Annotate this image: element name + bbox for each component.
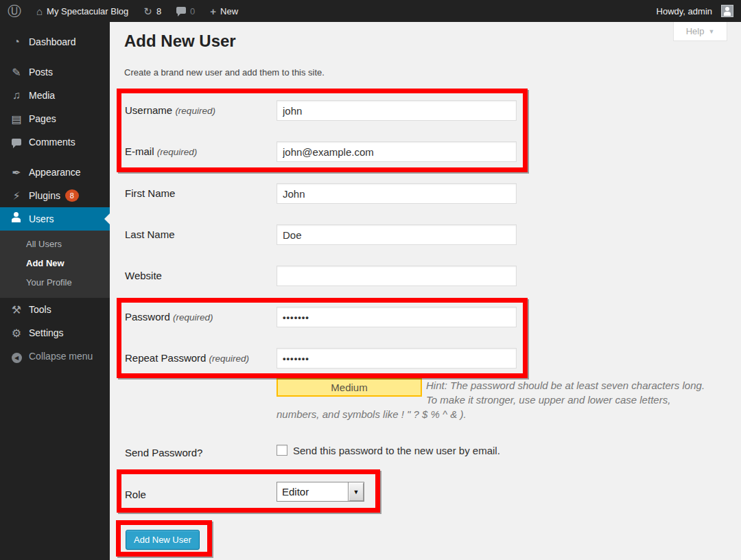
sidebar-item-posts[interactable]: ✎ Posts — [0, 60, 110, 84]
sidebar-item-label: Collapse menu — [29, 351, 93, 362]
website-label: Website — [125, 270, 162, 281]
site-name-menu[interactable]: ⌂ My Spectacular Blog — [29, 0, 136, 22]
admin-bar-right: Howdy, admin — [649, 0, 741, 22]
send-password-checkbox[interactable] — [277, 445, 287, 456]
website-input[interactable] — [277, 266, 517, 286]
sidebar-item-appearance[interactable]: ✒ Appearance — [0, 161, 110, 184]
comment-bubble-icon — [10, 136, 23, 148]
media-notes-icon: ♫ — [10, 89, 23, 102]
sidebar-item-label: Posts — [29, 67, 53, 78]
sidebar-item-label: Tools — [29, 304, 51, 315]
update-arrows-icon: ↻ — [143, 6, 152, 16]
sidebar-item-settings[interactable]: ⚙ Settings — [0, 321, 110, 345]
sidebar-item-media[interactable]: ♫ Media — [0, 84, 110, 107]
home-icon: ⌂ — [36, 6, 43, 16]
pushpin-icon: ✎ — [10, 66, 23, 79]
dashboard-gauge-icon: ◔ — [10, 36, 23, 48]
repeat-password-label: Repeat Password (required) — [125, 352, 249, 364]
wrench-icon: ⚒ — [10, 303, 23, 316]
sidebar-item-dashboard[interactable]: ◔ Dashboard — [0, 30, 110, 54]
password-strength-meter: Medium — [277, 378, 422, 397]
users-submenu: All Users Add New Your Profile — [0, 231, 110, 298]
chevron-down-icon: ▼ — [708, 28, 714, 35]
sidebar-item-label: Comments — [29, 137, 75, 148]
pages-icon: ▤ — [10, 113, 23, 126]
wordpress-logo-icon: Ⓤ — [8, 4, 21, 18]
new-content-menu[interactable]: + New — [202, 0, 246, 22]
sidebar-item-label: Appearance — [29, 167, 81, 178]
submenu-item-add-new[interactable]: Add New — [0, 254, 110, 273]
main-content: Help ▼ Add New User Create a brand new u… — [110, 22, 741, 560]
admin-bar-left: Ⓤ ⌂ My Spectacular Blog ↻ 8 0 + New — [0, 0, 246, 22]
page-title: Add New User — [124, 32, 236, 51]
email-input[interactable] — [277, 141, 517, 162]
sidebar-item-label: Dashboard — [29, 36, 76, 47]
howdy-label: Howdy, admin — [657, 6, 712, 16]
wordpress-admin-page: Ⓤ ⌂ My Spectacular Blog ↻ 8 0 + New Howd… — [0, 0, 741, 560]
plug-icon: ⚡︎ — [10, 189, 23, 202]
submenu-item-all-users[interactable]: All Users — [0, 235, 110, 254]
last-name-input[interactable] — [277, 224, 517, 245]
plus-icon: + — [210, 5, 216, 17]
paintbrush-icon: ✒ — [10, 166, 23, 179]
username-label: Username (required) — [125, 104, 215, 116]
my-account-menu[interactable]: Howdy, admin — [649, 0, 741, 22]
sidebar-item-tools[interactable]: ⚒ Tools — [0, 298, 110, 321]
last-name-label: Last Name — [125, 229, 175, 240]
updates-menu[interactable]: ↻ 8 — [136, 0, 169, 22]
sidebar-item-comments[interactable]: Comments — [0, 130, 110, 154]
sidebar-item-label: Pages — [29, 113, 56, 124]
sidebar-item-pages[interactable]: ▤ Pages — [0, 107, 110, 130]
send-password-checkbox-label: Send this password to the new user by em… — [293, 445, 500, 456]
role-label: Role — [125, 489, 146, 500]
plugins-update-badge: 8 — [65, 189, 79, 202]
sidebar-item-users[interactable]: Users — [0, 207, 110, 231]
person-icon — [722, 5, 733, 16]
menu-separator — [0, 54, 110, 60]
comment-count: 0 — [190, 6, 195, 16]
role-select[interactable]: Editor ▼ — [277, 482, 364, 502]
email-label: E-mail (required) — [125, 145, 197, 157]
user-icon — [10, 212, 23, 226]
username-input[interactable] — [277, 100, 517, 121]
admin-menu: ◔ Dashboard ✎ Posts ♫ Media ▤ Pages Comm… — [0, 22, 110, 368]
password-input[interactable] — [277, 307, 517, 327]
sidebar-item-label: Settings — [29, 327, 64, 338]
wordpress-logo-menu[interactable]: Ⓤ — [0, 0, 29, 22]
password-label: Password (required) — [125, 311, 213, 323]
admin-sidebar: ◔ Dashboard ✎ Posts ♫ Media ▤ Pages Comm… — [0, 22, 110, 560]
page-subtitle: Create a brand new user and add them to … — [124, 67, 325, 78]
password-hint-area: Medium Hint: The password should be at l… — [277, 378, 707, 421]
sidebar-item-plugins[interactable]: ⚡︎ Plugins 8 — [0, 184, 110, 207]
settings-sliders-icon: ⚙ — [10, 327, 23, 340]
help-label: Help — [686, 26, 705, 36]
first-name-input[interactable] — [277, 183, 517, 204]
help-button[interactable]: Help ▼ — [673, 22, 727, 41]
first-name-label: First Name — [125, 187, 175, 199]
add-new-user-button[interactable]: Add New User — [126, 530, 200, 550]
comment-bubble-icon — [176, 7, 186, 14]
site-name-label: My Spectacular Blog — [47, 6, 128, 16]
menu-separator — [0, 154, 110, 161]
submenu-item-your-profile[interactable]: Your Profile — [0, 273, 110, 292]
role-selected-value: Editor — [277, 486, 348, 498]
select-dropdown-arrow-icon[interactable]: ▼ — [348, 482, 364, 501]
sidebar-item-label: Users — [29, 213, 54, 224]
new-label: New — [220, 6, 238, 16]
sidebar-item-label: Media — [29, 90, 55, 101]
sidebar-item-label: Plugins — [29, 190, 60, 201]
comments-menu[interactable]: 0 — [169, 0, 202, 22]
collapse-arrow-icon: ◀ — [10, 350, 23, 363]
update-count: 8 — [156, 6, 161, 16]
sidebar-item-collapse-menu[interactable]: ◀ Collapse menu — [0, 345, 110, 368]
repeat-password-input[interactable] — [277, 348, 517, 369]
avatar — [721, 5, 733, 17]
send-password-label: Send Password? — [125, 447, 202, 458]
admin-bar: Ⓤ ⌂ My Spectacular Blog ↻ 8 0 + New Howd… — [0, 0, 741, 22]
